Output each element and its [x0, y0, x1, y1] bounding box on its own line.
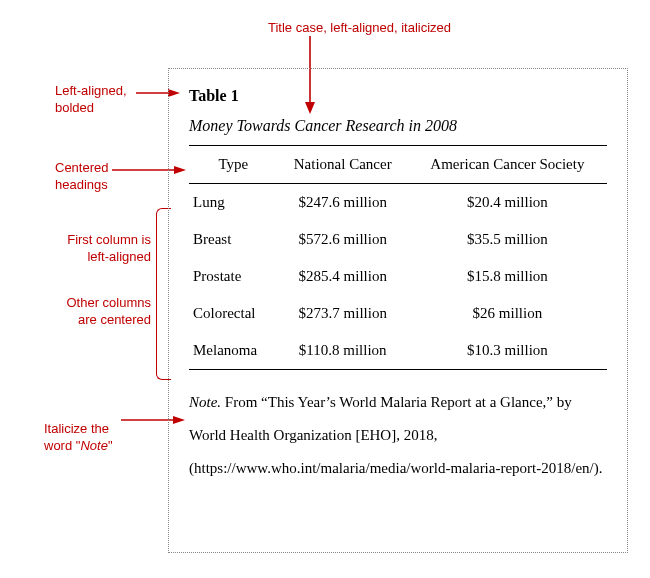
col-header: Type: [189, 146, 278, 184]
table-row: Prostate $285.4 million $15.8 million: [189, 258, 607, 295]
cell-nc: $110.8 million: [278, 332, 408, 370]
table-note: Note. From “This Year’s World Malaria Re…: [189, 386, 607, 485]
table-title: Money Towards Cancer Research in 2008: [189, 117, 607, 135]
table-header-row: Type National Cancer American Cancer Soc…: [189, 146, 607, 184]
annotation-first-col-left: First column is left-aligned: [41, 232, 151, 266]
cell-acs: $10.3 million: [408, 332, 607, 370]
annotation-other-cols-centered: Other columns are centered: [41, 295, 151, 329]
col-header: National Cancer: [278, 146, 408, 184]
annotation-line: left-aligned: [87, 249, 151, 264]
annotation-italicize-note: Italicize the word "Note": [44, 421, 113, 455]
annotation-line: bolded: [55, 100, 94, 115]
cell-nc: $273.7 million: [278, 295, 408, 332]
cell-type: Prostate: [189, 258, 278, 295]
cell-type: Melanoma: [189, 332, 278, 370]
annotation-line: First column is: [67, 232, 151, 247]
table-row: Breast $572.6 million $35.5 million: [189, 221, 607, 258]
annotation-line: Centered: [55, 160, 108, 175]
cell-type: Colorectal: [189, 295, 278, 332]
cell-acs: $35.5 million: [408, 221, 607, 258]
cell-type: Breast: [189, 221, 278, 258]
annotation-left-aligned-bold: Left-aligned, bolded: [55, 83, 127, 117]
cell-acs: $26 million: [408, 295, 607, 332]
cell-nc: $247.6 million: [278, 184, 408, 222]
annotation-line: Left-aligned,: [55, 83, 127, 98]
annotation-title-case: Title case, left-aligned, italicized: [268, 20, 451, 37]
annotation-line: Other columns: [66, 295, 151, 310]
cell-acs: $20.4 million: [408, 184, 607, 222]
cell-type: Lung: [189, 184, 278, 222]
data-table: Type National Cancer American Cancer Soc…: [189, 145, 607, 370]
table-row: Colorectal $273.7 million $26 million: [189, 295, 607, 332]
cell-acs: $15.8 million: [408, 258, 607, 295]
note-text: From “This Year’s World Malaria Report a…: [189, 394, 603, 476]
annotation-line: Italicize the: [44, 421, 109, 436]
table-row: Lung $247.6 million $20.4 million: [189, 184, 607, 222]
annotation-line: headings: [55, 177, 108, 192]
note-word: Note.: [189, 394, 221, 410]
table-row: Melanoma $110.8 million $10.3 million: [189, 332, 607, 370]
cell-nc: $572.6 million: [278, 221, 408, 258]
table-label: Table 1: [189, 87, 607, 105]
annotation-centered-headings: Centered headings: [55, 160, 108, 194]
annotation-line: are centered: [78, 312, 151, 327]
annotation-line: word "Note": [44, 438, 113, 453]
col-header: American Cancer Society: [408, 146, 607, 184]
cell-nc: $285.4 million: [278, 258, 408, 295]
table-container: Table 1 Money Towards Cancer Research in…: [168, 68, 628, 553]
